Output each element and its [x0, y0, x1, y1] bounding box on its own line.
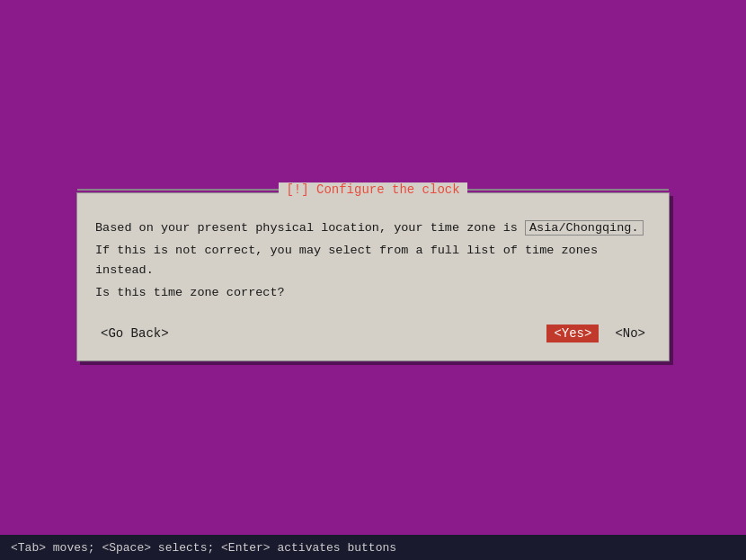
line1-pre: Based on your present physical location,… — [95, 221, 525, 235]
screen: [!] Configure the clock Based on your pr… — [0, 0, 746, 560]
line1: Based on your present physical location,… — [95, 218, 651, 238]
dialog: [!] Configure the clock Based on your pr… — [76, 192, 670, 361]
line2: If this is not correct, you may select f… — [95, 241, 651, 280]
dialog-title-bar: [!] Configure the clock — [77, 182, 669, 197]
dialog-title: [!] Configure the clock — [279, 182, 466, 197]
timezone-value: Asia/Chongqing. — [525, 220, 644, 236]
title-line-left — [77, 189, 279, 191]
status-bar: <Tab> moves; <Space> selects; <Enter> ac… — [0, 535, 746, 560]
no-button[interactable]: <No> — [609, 324, 651, 342]
line3: Is this time zone correct? — [95, 283, 651, 303]
dialog-buttons: <Go Back> <Yes> <No> — [95, 321, 651, 342]
dialog-body: Based on your present physical location,… — [95, 218, 651, 303]
dialog-wrapper: [!] Configure the clock Based on your pr… — [76, 192, 670, 361]
yes-button[interactable]: <Yes> — [546, 324, 599, 342]
status-bar-text: <Tab> moves; <Space> selects; <Enter> ac… — [11, 541, 396, 555]
btn-right-group: <Yes> <No> — [546, 324, 651, 342]
go-back-button[interactable]: <Go Back> — [95, 324, 174, 342]
title-line-right — [467, 189, 669, 191]
